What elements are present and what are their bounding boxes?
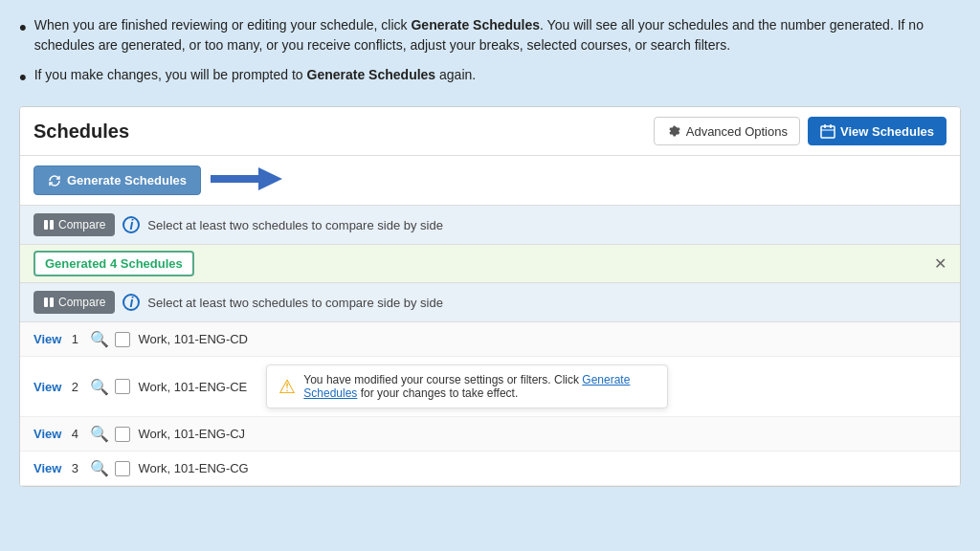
view-link[interactable]: View xyxy=(33,461,61,475)
generate-schedules-button[interactable]: Generate Schedules xyxy=(33,165,201,195)
svg-rect-6 xyxy=(50,220,54,230)
advanced-options-label: Advanced Options xyxy=(686,124,788,139)
row-checkbox[interactable] xyxy=(115,379,130,394)
info-icon-top: i xyxy=(122,216,140,233)
bullet-text-1: When you are finished reviewing or editi… xyxy=(34,15,961,55)
instructions-section: • When you are finished reviewing or edi… xyxy=(19,15,961,93)
magnify-icon[interactable]: 🔍 xyxy=(90,330,109,348)
row-number: 1 xyxy=(65,332,84,346)
course-name: Work, 101-ENG-CE xyxy=(138,380,247,394)
warning-generate-link[interactable]: Generate Schedules xyxy=(303,373,630,400)
svg-marker-4 xyxy=(211,167,282,190)
generated-badge: Generated 4 Schedules xyxy=(33,251,194,276)
panel-header: Schedules Advanced Options View Schedule… xyxy=(20,107,960,156)
warning-icon: ⚠ xyxy=(278,375,296,398)
compare-icon-top xyxy=(43,219,55,231)
row-checkbox[interactable] xyxy=(115,461,130,476)
schedules-panel: Schedules Advanced Options View Schedule… xyxy=(19,106,961,487)
generate-button-label: Generate Schedules xyxy=(67,173,187,187)
table-row: View 1 🔍 Work, 101-ENG-CD xyxy=(20,322,960,357)
row-number: 3 xyxy=(65,461,84,475)
row-number: 2 xyxy=(65,380,84,394)
view-link[interactable]: View xyxy=(33,332,61,346)
gear-icon xyxy=(666,123,681,139)
row-checkbox[interactable] xyxy=(115,427,130,442)
view-schedules-button[interactable]: View Schedules xyxy=(808,117,947,145)
warning-tooltip: ⚠ You have modified your course settings… xyxy=(266,364,668,408)
header-buttons: Advanced Options View Schedules xyxy=(654,117,947,145)
row-checkbox[interactable] xyxy=(115,332,130,347)
schedule-list: View 1 🔍 Work, 101-ENG-CD View 2 🔍 Work,… xyxy=(20,322,960,486)
compare-button-bottom[interactable]: Compare xyxy=(33,291,115,314)
row-number: 4 xyxy=(65,427,84,441)
svg-rect-7 xyxy=(44,298,48,307)
advanced-options-button[interactable]: Advanced Options xyxy=(654,117,800,145)
magnify-icon[interactable]: 🔍 xyxy=(90,459,109,477)
course-name: Work, 101-ENG-CJ xyxy=(138,427,245,441)
compare-label-bottom: Compare xyxy=(58,296,105,309)
course-name: Work, 101-ENG-CG xyxy=(138,461,248,475)
info-icon-bottom: i xyxy=(122,294,140,311)
warning-text: You have modified your course settings o… xyxy=(303,373,656,400)
generate-toolbar: Generate Schedules xyxy=(20,156,960,206)
compare-button-top[interactable]: Compare xyxy=(33,213,115,236)
table-row: View 3 🔍 Work, 101-ENG-CG xyxy=(20,452,960,486)
bullet-text-2: If you make changes, you will be prompte… xyxy=(34,65,961,85)
course-name: Work, 101-ENG-CD xyxy=(138,332,248,346)
svg-rect-5 xyxy=(44,220,48,230)
bullet-item-2: • If you make changes, you will be promp… xyxy=(19,65,961,93)
view-link[interactable]: View xyxy=(33,380,61,394)
view-schedules-label: View Schedules xyxy=(840,124,934,139)
bold-generate-2: Generate Schedules xyxy=(307,67,436,82)
bold-generate-1: Generate Schedules xyxy=(411,17,540,33)
table-row: View 4 🔍 Work, 101-ENG-CJ xyxy=(20,417,960,452)
refresh-icon xyxy=(48,174,61,187)
magnify-icon[interactable]: 🔍 xyxy=(90,378,109,396)
info-text-bottom: Select at least two schedules to compare… xyxy=(147,296,443,310)
bullet-dot-1: • xyxy=(19,11,27,43)
generated-banner: Generated 4 Schedules ✕ xyxy=(20,245,960,283)
svg-rect-8 xyxy=(50,298,54,307)
magnify-icon[interactable]: 🔍 xyxy=(90,425,109,443)
close-banner-button[interactable]: ✕ xyxy=(934,254,947,273)
calendar-icon xyxy=(820,123,835,139)
info-text-top: Select at least two schedules to compare… xyxy=(147,218,443,232)
bullet-item-1: • When you are finished reviewing or edi… xyxy=(19,15,961,55)
compare-icon-bottom xyxy=(43,297,55,308)
view-link[interactable]: View xyxy=(33,427,61,441)
bullet-dot-2: • xyxy=(19,61,27,93)
svg-rect-0 xyxy=(821,126,835,138)
compare-bar-top: Compare i Select at least two schedules … xyxy=(20,206,960,245)
panel-title: Schedules xyxy=(33,121,129,143)
arrow-indicator xyxy=(211,164,282,197)
compare-bar-bottom: Compare i Select at least two schedules … xyxy=(20,283,960,322)
table-row: View 2 🔍 Work, 101-ENG-CE ⚠ You have mod… xyxy=(20,357,960,417)
compare-label-top: Compare xyxy=(58,218,105,231)
